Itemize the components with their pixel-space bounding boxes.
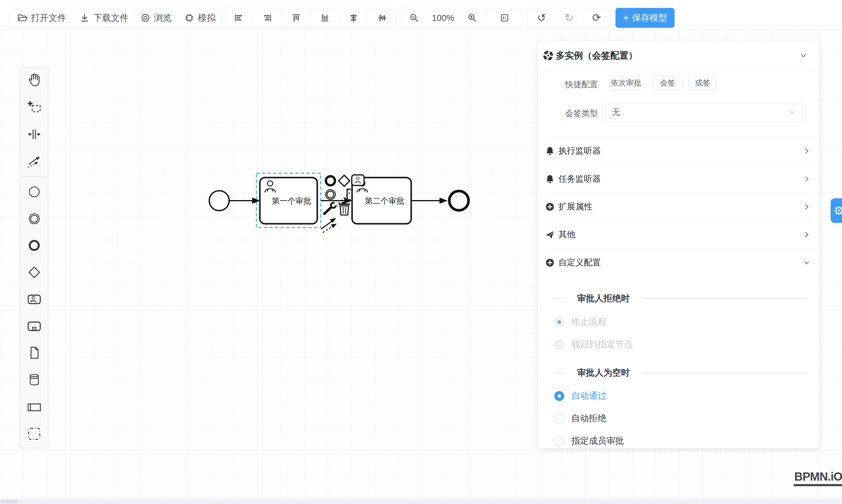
radio-terminate-process[interactable]: 终止流程 [554,316,607,328]
space-tool[interactable] [27,127,41,141]
trash-icon[interactable] [339,202,350,215]
radio-assign-member[interactable]: 指定成员审批 [554,435,624,447]
connect-tool-icon [27,154,41,168]
refresh-icon: ⟳ [592,13,601,23]
align-top-button[interactable] [282,8,310,28]
align-bottom-button[interactable] [310,8,339,28]
space-tool-icon [27,127,41,141]
create-group[interactable] [27,427,41,441]
align-top-icon [291,13,301,23]
refresh-button[interactable]: ⟳ [583,8,610,28]
chevron-right-icon [803,147,811,155]
hand-tool[interactable] [27,73,41,87]
align-right-button[interactable] [253,8,282,28]
quick-option-countersign-button[interactable]: 会签 [653,76,683,90]
panel-header[interactable]: 多实例（会签配置） [538,41,820,70]
align-center-horizontal-button[interactable] [339,8,368,28]
create-data-store[interactable] [27,373,41,387]
radio-icon [554,340,564,349]
align-bottom-icon [320,13,330,23]
scrollbar-thumb[interactable] [1,500,18,503]
create-user-task[interactable] [27,292,41,306]
empty-group-title: 审批人为空时 [577,367,630,379]
sign-type-label: 会签类型 [548,108,598,119]
sign-type-select[interactable]: 无 [605,103,803,121]
download-file-button[interactable]: 下载文件 [74,8,134,28]
section-extended-properties[interactable]: 扩展属性 [538,193,820,221]
chevron-down-icon [788,108,796,116]
section-execution-listener[interactable]: 执行监听器 [538,137,820,165]
participant-icon [27,400,41,414]
simulate-button[interactable]: 模拟 [178,8,221,28]
create-gateway[interactable] [27,265,41,280]
append-task-icon[interactable] [352,175,364,185]
align-right-icon [262,13,273,23]
align-left-icon [233,13,244,23]
align-center-vertical-button[interactable] [368,8,396,28]
hand-tool-icon [27,73,41,87]
section-label: 自定义配置 [558,257,803,269]
save-model-button[interactable]: + 保存模型 [615,8,674,28]
reject-group-title: 审批人拒绝时 [577,292,630,305]
zoom-level-display[interactable]: 100% [427,8,458,28]
preview-button[interactable]: 浏览 [134,8,178,28]
settings-tab[interactable]: ⚙ [830,198,842,223]
quick-config-label: 快捷配置 [548,79,598,90]
lasso-tool[interactable] [27,101,41,115]
section-custom-config[interactable]: 自定义配置 [538,249,820,277]
append-intermediate-event-icon[interactable] [326,190,335,199]
radio-return-to-node[interactable]: 驳回到指定节点 [554,339,633,350]
group-icon [27,427,41,441]
folder-open-icon [17,13,28,23]
start-event-node[interactable] [209,191,229,211]
redo-button[interactable]: ↻ [555,8,583,28]
undo-icon: ↺ [537,13,546,23]
zoom-out-button[interactable] [400,8,427,28]
radio-auto-pass[interactable]: 自动通过 [554,390,607,402]
bell-icon [545,174,555,184]
task-label: 第二个审批 [365,197,404,205]
subprocess-icon [27,319,41,333]
save-model-label: 保存模型 [632,12,667,24]
radio-auto-reject[interactable]: 自动拒绝 [554,412,607,425]
task-node-first-approval[interactable]: 第一个审批 [260,178,317,224]
sign-type-value: 无 [612,107,788,118]
connect-tool-icon[interactable] [321,218,337,233]
bpmn-io-logo[interactable]: BPMN.iO [794,470,842,486]
create-intermediate-event[interactable] [27,212,41,226]
quick-option-orsign-button[interactable]: 或签 [689,76,717,90]
undo-button[interactable]: ↺ [528,8,555,28]
chip-icon [184,13,195,23]
global-connect-tool[interactable] [27,154,41,168]
preview-label: 浏览 [154,12,172,24]
section-label: 任务监听器 [558,173,803,185]
panel-title: 多实例（会签配置） [556,50,637,62]
sequence-flow-1[interactable] [229,198,260,203]
horizontal-scrollbar[interactable] [0,499,842,504]
create-end-event[interactable] [27,238,41,252]
section-others[interactable]: 其他 [538,220,820,249]
text-annotation-icon[interactable] [347,189,351,200]
sequence-flow-3[interactable] [411,198,447,203]
bpmn-designer-app: 第一个审批 第二个审批 [0,0,842,504]
section-task-listener[interactable]: 任务监听器 [538,165,820,193]
append-gateway-icon[interactable] [339,175,350,186]
wrench-icon[interactable] [324,203,337,214]
append-end-event-icon[interactable] [326,176,335,185]
create-subprocess[interactable] [27,319,41,333]
radio-icon [554,317,564,327]
open-file-button[interactable]: 打开文件 [9,8,74,28]
create-data-object[interactable] [27,346,41,360]
align-left-button[interactable] [224,8,253,28]
eye-icon [140,13,151,23]
quick-option-sequential-button[interactable]: 依次审批 [610,76,642,90]
section-label: 其他 [558,229,803,240]
section-label: 执行监听器 [558,145,803,157]
end-event-node[interactable] [449,191,469,210]
zoom-in-button[interactable] [458,8,486,28]
fit-view-button[interactable] [486,8,523,28]
create-participant[interactable] [27,400,41,414]
create-start-event[interactable] [27,185,41,199]
radio-icon [554,436,564,446]
align-toolbar-group [224,8,397,28]
